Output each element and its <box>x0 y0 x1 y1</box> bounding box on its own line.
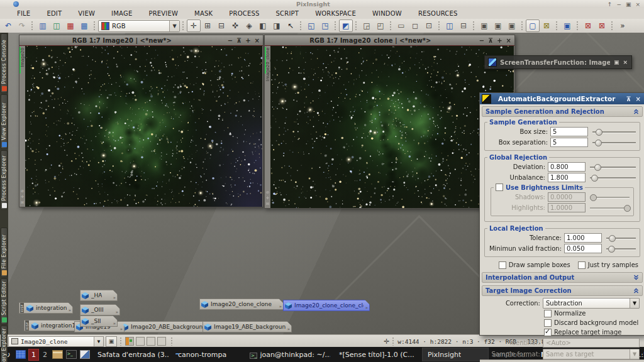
box-size-input[interactable]: 5 <box>550 127 588 136</box>
split-vertical-icon[interactable]: ⊟ <box>457 19 470 32</box>
just-try-samples-checkbox[interactable] <box>578 261 586 269</box>
close-icon[interactable]: × <box>636 96 641 102</box>
menu-resources[interactable]: RESOURCES <box>410 9 466 18</box>
image-window-2-view-strip[interactable]: Image20_clone ⊘✛⊠ <box>265 46 270 208</box>
toolbar-overflow-icon[interactable]: » <box>616 19 630 32</box>
stf-window[interactable]: ScreenTransferFunction: Image20_clone ▣ … <box>484 55 632 69</box>
toolbar-grip[interactable] <box>299 21 303 31</box>
normalize-option[interactable]: Normalize <box>544 310 586 317</box>
section-interpolation-output[interactable]: Interpolation and Output <box>482 272 643 283</box>
menu-edit[interactable]: EDIT <box>38 9 70 18</box>
discard-background-model-option[interactable]: Discard background model <box>544 319 638 327</box>
zoom-in-mode-icon[interactable]: ⊞ <box>201 19 214 32</box>
box-size-slider[interactable] <box>592 128 636 136</box>
close-screen-2-icon[interactable]: ⊠ <box>595 19 609 32</box>
menu-window[interactable]: WINDOW <box>364 9 410 18</box>
dock-tab-view-explorer[interactable]: View Explorer <box>1 94 8 149</box>
redo-icon[interactable]: ↷ <box>15 19 29 32</box>
toolbar-grip[interactable] <box>555 21 558 31</box>
toolbar-grip[interactable] <box>521 21 524 31</box>
window-list-icon[interactable] <box>15 349 26 360</box>
close-icon[interactable]: × <box>623 59 628 65</box>
unbalance-input[interactable]: 1.800 <box>548 173 586 182</box>
toolbar-grip[interactable] <box>611 21 614 31</box>
task-safata-d-entrada-3-[interactable]: Safata d'entrada (3... <box>92 348 172 361</box>
menu-workspace[interactable]: WORKSPACE <box>307 9 364 18</box>
just-try-samples-option[interactable]: Just try samples <box>578 261 638 269</box>
section-sample-generation[interactable]: Sample Generation and Rejection <box>482 106 643 117</box>
image-identifier-icon[interactable]: ▥ <box>36 19 50 32</box>
iconize-icon[interactable]: − <box>479 37 484 44</box>
pan-mode-icon[interactable]: ✛ <box>187 19 201 32</box>
reset-readout-icon[interactable]: ▭ <box>394 19 408 32</box>
display-settings-icon[interactable] <box>79 349 91 360</box>
close-icon[interactable]: × <box>635 1 640 8</box>
toolbar-grip[interactable] <box>334 21 337 31</box>
dock-tab-process-explorer[interactable]: Process Explorer <box>1 150 8 210</box>
minimized-window-Image20_clone_clone[interactable]: Image20_clone_clone» <box>199 299 284 310</box>
new-preview-mode-icon[interactable]: ◧ <box>256 19 270 32</box>
close-monitor-icon[interactable]: ⊠ <box>540 19 553 32</box>
deviation-input[interactable]: 0.800 <box>548 162 586 172</box>
menu-image[interactable]: IMAGE <box>103 9 140 18</box>
normalize-checkbox[interactable] <box>544 310 552 317</box>
toolbar-grip[interactable] <box>472 21 475 31</box>
task-pixinsight[interactable]: PixInsight <box>422 348 489 361</box>
main-monitor-icon[interactable]: ▢ <box>526 19 540 32</box>
replace-target-image-option[interactable]: Replace target image <box>544 329 621 336</box>
drag-grip[interactable] <box>392 337 395 346</box>
box-separation-slider[interactable] <box>592 139 636 146</box>
maximize-icon[interactable]: + <box>497 37 502 44</box>
task-joan-thinkpad-[interactable]: >_joan@thinkpad: ~/... <box>247 348 333 361</box>
workspace-button-2[interactable]: 2 <box>40 349 50 360</box>
image-info-icon[interactable]: ⊡ <box>422 19 436 32</box>
task--sense-t-tol-1-0-c-[interactable]: *[Sense títol]-1.0 (C... <box>334 348 421 361</box>
image-1-canvas[interactable] <box>25 46 262 207</box>
new-window-button[interactable]: ▣ <box>106 336 117 347</box>
maximize-icon[interactable]: + <box>245 37 250 44</box>
drag-grip[interactable] <box>119 337 123 346</box>
minimized-window-Image20_clone_clone_clone[interactable]: Image20_clone_clone_clone» <box>283 300 370 311</box>
dock-tab-process-console[interactable]: Process Console <box>1 33 8 93</box>
deviation-slider[interactable] <box>590 163 636 171</box>
min-valid-fraction-input[interactable]: 0.050 <box>564 244 602 253</box>
image-window-1[interactable]: RGB 1:7 Image20 | <*new*> − ⊼ + × Image2… <box>19 35 264 207</box>
correction-select[interactable]: Subtraction ▼ <box>543 298 640 309</box>
screen-capture-icon[interactable]: ◫ <box>50 19 64 32</box>
minimized-window-_SII[interactable]: _SII» <box>80 315 118 327</box>
dock-tab-file-explorer[interactable]: File Explorer <box>1 228 8 277</box>
workspace-thumb-1[interactable] <box>125 337 134 346</box>
display-mode-selector[interactable]: RGB▼ <box>98 20 180 32</box>
iconize-icon[interactable]: − <box>228 37 233 44</box>
minimized-window-_HA[interactable]: _HA» <box>80 290 118 301</box>
zoom-to-fit-icon[interactable]: ◳ <box>318 19 332 32</box>
zoom-1-1-icon[interactable]: ◱ <box>304 19 318 32</box>
toolbar-grip[interactable] <box>93 21 96 31</box>
box-separation-input[interactable]: 5 <box>550 138 588 147</box>
image-window-2[interactable]: RGB 1:7 Image20_clone | <*new*> − ⊼ + × … <box>264 35 515 209</box>
duplicate-view-icon[interactable]: ▣ <box>505 19 519 32</box>
min-valid-fraction-slider[interactable] <box>606 245 636 253</box>
image-window-1-titlebar[interactable]: RGB 1:7 Image20 | <*new*> − ⊼ + × <box>19 35 263 46</box>
section-target-image-correction[interactable]: Target Image Correction <box>482 285 643 296</box>
minimized-window-Image20_ABE_background[interactable]: Image20_ABE_background» <box>119 321 209 332</box>
workspace-thumb-3[interactable] <box>147 337 155 346</box>
undo-icon[interactable]: ↶ <box>1 19 15 32</box>
tolerance-input[interactable]: 1.000 <box>564 233 602 243</box>
abe-titlebar[interactable]: AutomaticBackgroundExtractor ⊼ × <box>480 93 644 104</box>
toolbar-grip[interactable] <box>31 21 34 31</box>
replace-target-image-checkbox[interactable] <box>544 329 552 336</box>
keep-above-icon[interactable]: ↑ <box>608 1 613 8</box>
minimized-window-Image19_ABE_background[interactable]: Image19_ABE_background» <box>203 321 292 332</box>
dock-tab-history-explorer[interactable]: History Explorer <box>1 326 8 362</box>
task-canon-trompa[interactable]: canon-trompa <box>173 348 246 361</box>
minimized-window-integration[interactable]: XISFintegration» <box>19 302 73 314</box>
minimize-icon[interactable]: − <box>616 1 621 8</box>
center-view-icon[interactable]: ◈ <box>242 19 256 32</box>
archive-manager-icon[interactable] <box>52 349 63 360</box>
split-horizontal-icon[interactable]: ◫ <box>443 19 457 32</box>
toolbar-grip[interactable] <box>182 21 185 31</box>
image-window-1-view-strip[interactable]: Image20 ⊘✛⊠ <box>19 46 25 207</box>
menu-preview[interactable]: PREVIEW <box>140 9 186 18</box>
menu-file[interactable]: FILE <box>9 9 38 18</box>
